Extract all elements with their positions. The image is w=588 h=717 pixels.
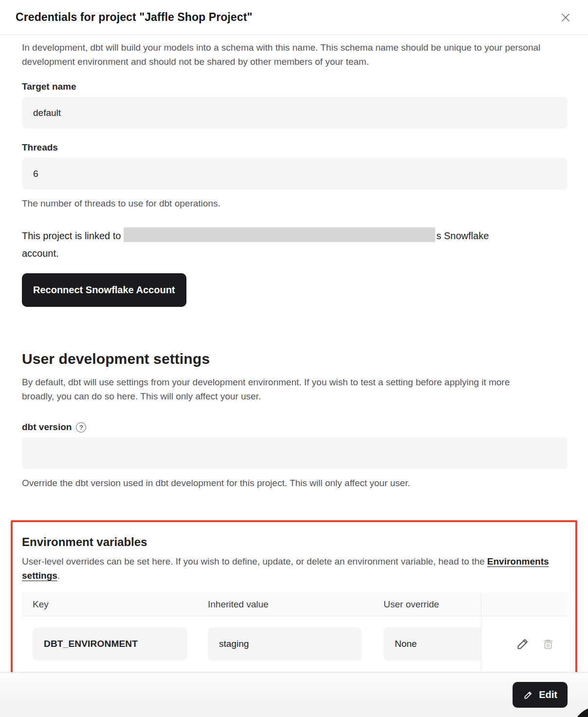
user-dev-settings-description: By default, dbt will use settings from y… bbox=[22, 375, 538, 403]
pencil-icon bbox=[515, 636, 531, 652]
edit-button-label: Edit bbox=[539, 689, 557, 700]
column-header-actions bbox=[481, 593, 568, 616]
environment-variables-description: User-level overrides can be set here. If… bbox=[22, 554, 565, 583]
environment-variables-heading: Environment variables bbox=[22, 535, 568, 549]
environment-variables-highlight-box: Environment variables User-level overrid… bbox=[11, 520, 577, 686]
threads-label: Threads bbox=[22, 142, 568, 153]
linked-account-text: This project is linked tos Snowflake acc… bbox=[22, 227, 568, 262]
env-var-user-override: None bbox=[384, 627, 481, 660]
dbt-version-help-text: Override the dbt version used in dbt dev… bbox=[22, 476, 568, 490]
redacted-account-name bbox=[124, 227, 435, 242]
table-row-override-cell: None bbox=[373, 616, 481, 672]
edit-pencil-icon bbox=[523, 690, 533, 700]
reconnect-snowflake-button[interactable]: Reconnect Snowflake Account bbox=[22, 273, 186, 307]
dbt-version-label: dbt version bbox=[22, 422, 72, 433]
edit-variable-button[interactable] bbox=[515, 636, 531, 652]
env-var-inherited-value: staging bbox=[208, 627, 362, 660]
column-header-key: Key bbox=[22, 593, 197, 616]
table-row-key-cell: DBT_ENVIRONMENT bbox=[22, 616, 197, 672]
credentials-modal: Credentials for project "Jaffle Shop Pro… bbox=[0, 0, 588, 686]
column-header-inherited-value: Inherited value bbox=[197, 593, 373, 616]
target-name-label: Target name bbox=[22, 81, 568, 92]
threads-help-text: The number of threads to use for dbt ope… bbox=[22, 196, 568, 210]
modal-header: Credentials for project "Jaffle Shop Pro… bbox=[0, 0, 588, 35]
modal-footer: Edit bbox=[0, 672, 588, 717]
threads-input[interactable] bbox=[22, 158, 568, 189]
edit-button[interactable]: Edit bbox=[513, 682, 568, 708]
close-icon bbox=[559, 11, 572, 24]
env-var-key: DBT_ENVIRONMENT bbox=[33, 627, 187, 660]
schema-description: In development, dbt will build your mode… bbox=[22, 40, 566, 69]
environment-variables-table: Key Inherited value User override DBT_EN… bbox=[22, 593, 568, 672]
page-title: Credentials for project "Jaffle Shop Pro… bbox=[16, 11, 252, 24]
table-row-inherited-cell: staging bbox=[197, 616, 373, 672]
close-button[interactable] bbox=[558, 10, 573, 25]
user-dev-settings-heading: User development settings bbox=[22, 351, 568, 367]
target-name-input[interactable] bbox=[22, 97, 568, 129]
table-row-actions-cell bbox=[481, 616, 568, 672]
dbt-version-input[interactable] bbox=[22, 437, 568, 469]
delete-variable-button[interactable] bbox=[541, 637, 555, 651]
help-icon[interactable]: ? bbox=[76, 422, 86, 433]
trash-icon bbox=[541, 637, 555, 651]
column-header-user-override: User override bbox=[373, 593, 481, 616]
modal-body: In development, dbt will build your mode… bbox=[0, 35, 588, 686]
